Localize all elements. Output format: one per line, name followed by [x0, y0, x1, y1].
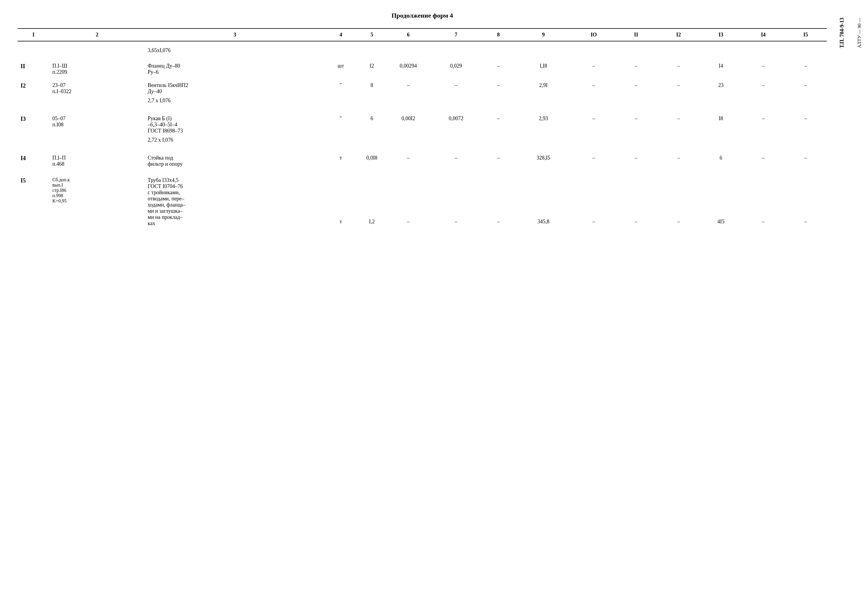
cell-pre-5 [356, 41, 387, 59]
row-num-I1: II [18, 59, 50, 76]
cell-I2-9: 2,9I [515, 76, 572, 96]
cell-I5-8: – [483, 168, 515, 228]
cell-I1-6: 0,00294 [387, 59, 429, 76]
cell-pre-14 [742, 41, 784, 59]
cell-I2s-3: 2,7 х I,076 [145, 96, 325, 110]
cell-I3s-1 [18, 135, 50, 149]
col-header-3: 3 [145, 28, 325, 41]
cell-pre-13 [700, 41, 742, 59]
table-row: II П.I–Ш п.2209 Фланец Ду–80 Ру–6 шт I2 … [18, 59, 827, 76]
cell-I1-7: 0,029 [429, 59, 482, 76]
cell-I4-12: – [657, 149, 700, 168]
cell-I3s-2 [50, 135, 145, 149]
cell-I4-7: – [429, 149, 482, 168]
cell-I2-4: ″ [325, 76, 356, 96]
col-header-15: I5 [784, 28, 827, 41]
cell-I2-3: Вентиль I5кчI8П2 Ду–40 [145, 76, 325, 96]
cell-I3-10: – [572, 110, 615, 135]
cell-I5-10: – [572, 168, 615, 228]
cell-I4-4: т [325, 149, 356, 168]
cell-I4-13: 6 [700, 149, 742, 168]
table-row: I5 Сб.доп.к вып.I стр.I86 п.998 K=0,95 Т… [18, 168, 827, 228]
cell-I4-6: – [387, 149, 429, 168]
cell-I1-13: I4 [700, 59, 742, 76]
cell-I3-14: – [742, 110, 784, 135]
cell-pre-6 [387, 41, 429, 59]
main-table: I 2 3 4 5 6 7 8 9 IO II I2 I3 I4 I5 3,65… [18, 28, 827, 228]
cell-I2-15: – [784, 76, 827, 96]
col-header-14: I4 [742, 28, 784, 41]
cell-I2-13: 23 [700, 76, 742, 96]
table-row: I2 23–07 п.I–0322 Вентиль I5кчI8П2 Ду–40… [18, 76, 827, 96]
cell-I5-5: I,2 [356, 168, 387, 228]
cell-I4-3: Стойка под фильтр и опору [145, 149, 325, 168]
cell-I5-11: – [615, 168, 657, 228]
table-row: I4 П.I–П п.468 Стойка под фильтр и опору… [18, 149, 827, 168]
cell-I5-14: – [742, 168, 784, 228]
cell-I1-3: Фланец Ду–80 Ру–6 [145, 59, 325, 76]
cell-I1-5: I2 [356, 59, 387, 76]
table-row: 3,65хI,076 [18, 41, 827, 59]
cell-I3s-3: 2,72 х I,076 [145, 135, 325, 149]
cell-I5-6: – [387, 168, 429, 228]
col-header-12: I2 [657, 28, 700, 41]
cell-I2-2: 23–07 п.I–0322 [50, 76, 145, 96]
cell-I4-2: П.I–П п.468 [50, 149, 145, 168]
cell-I3-13: I8 [700, 110, 742, 135]
cell-I5-7: – [429, 168, 482, 228]
side-label-top: Т.П. 704-9-13 [839, 18, 845, 48]
cell-I3-15: – [784, 110, 827, 135]
cell-pre-15 [784, 41, 827, 59]
cell-pre-9 [515, 41, 572, 59]
cell-I2-8: – [483, 76, 515, 96]
cell-I4-8: – [483, 149, 515, 168]
col-header-10: IO [572, 28, 615, 41]
cell-I1-14: – [742, 59, 784, 76]
cell-I1-10: – [572, 59, 615, 76]
cell-I1-2: П.I–Ш п.2209 [50, 59, 145, 76]
cell-I1-11: – [615, 59, 657, 76]
cell-I2s-1 [18, 96, 50, 110]
cell-I5-2: Сб.доп.к вып.I стр.I86 п.998 K=0,95 [50, 168, 145, 228]
cell-pre-11 [615, 41, 657, 59]
cell-I1-12: – [657, 59, 700, 76]
cell-I1-15: – [784, 59, 827, 76]
cell-I3-9: 2,93 [515, 110, 572, 135]
cell-I1-9: I,I8 [515, 59, 572, 76]
cell-I3-5: 6 [356, 110, 387, 135]
row-num-I2: I2 [18, 76, 50, 96]
cell-pre-2 [50, 41, 145, 59]
col-header-5: 5 [356, 28, 387, 41]
cell-I2-6: – [387, 76, 429, 96]
cell-I3-8: – [483, 110, 515, 135]
col-header-8: 8 [483, 28, 515, 41]
cell-I4-11: – [615, 149, 657, 168]
cell-I3-12: – [657, 110, 700, 135]
cell-pre-8 [483, 41, 515, 59]
cell-I2-5: 8 [356, 76, 387, 96]
col-header-6: 6 [387, 28, 429, 41]
table-row: 2,72 х I,076 [18, 135, 827, 149]
col-header-7: 7 [429, 28, 482, 41]
cell-I4-5: 0,0I8 [356, 149, 387, 168]
page-title: Продолжение форм 4 [18, 12, 850, 19]
cell-I4-9: 328,I5 [515, 149, 572, 168]
cell-I2-7: – [429, 76, 482, 96]
cell-I3-7: 0,0072 [429, 110, 482, 135]
col-header-1: I [18, 28, 50, 41]
cell-pre-3: 3,65хI,076 [145, 41, 325, 59]
cell-I5-15: – [784, 168, 827, 228]
cell-I5-13: 4I5 [700, 168, 742, 228]
cell-I3-4: ″ [325, 110, 356, 135]
col-header-4: 4 [325, 28, 356, 41]
cell-pre-1 [18, 41, 50, 59]
col-header-11: II [615, 28, 657, 41]
cell-I5-3: Труба I33х4,5 ГОСТ I0704–76 с тройниками… [145, 168, 325, 228]
row-num-I4: I4 [18, 149, 50, 168]
cell-I4-14: – [742, 149, 784, 168]
cell-I4-15: – [784, 149, 827, 168]
header-row: I 2 3 4 5 6 7 8 9 IO II I2 I3 I4 I5 [18, 28, 827, 41]
row-num-I5: I5 [18, 168, 50, 228]
cell-I4-10: – [572, 149, 615, 168]
cell-I1-4: шт [325, 59, 356, 76]
